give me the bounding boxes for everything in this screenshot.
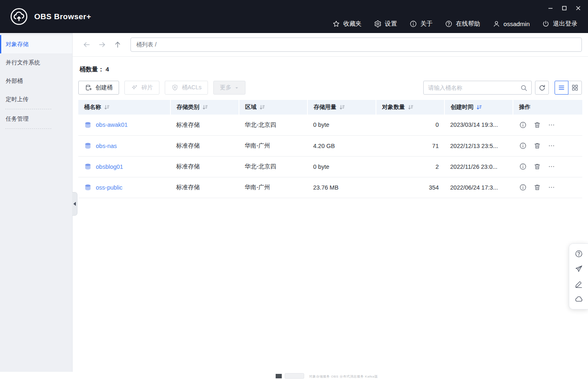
- column-header-storage-class[interactable]: 存储类别: [170, 100, 239, 115]
- path-bar[interactable]: 桶列表 /: [130, 38, 582, 52]
- app-title: OBS Browser+: [34, 12, 91, 21]
- online-help-menu-item[interactable]: 在线帮助: [445, 20, 480, 28]
- bucket-search-input[interactable]: [428, 84, 520, 91]
- sort-icon[interactable]: [408, 104, 413, 110]
- close-button[interactable]: [573, 4, 583, 13]
- bucket-name-link[interactable]: obs-awak01: [96, 122, 128, 128]
- bucket-acl-button[interactable]: 桶ACLs: [165, 81, 208, 95]
- column-header-bucket-name[interactable]: 桶名称: [78, 100, 170, 115]
- table-row: oss-public 标准存储 华南-广州 23.76 MB 354 2022/…: [78, 177, 582, 198]
- bucket-detail-icon[interactable]: [519, 121, 527, 129]
- sidebar-divider: [5, 109, 51, 109]
- more-button[interactable]: 更多: [213, 81, 245, 95]
- column-header-object-count[interactable]: 对象数量: [376, 100, 444, 115]
- main-area: 桶列表 / 桶数量：4 创建桶 碎片: [73, 33, 588, 372]
- table-row: obs-nas 标准存储 华南-广州 4.20 GB 71 2022/12/13…: [78, 135, 582, 156]
- forward-button[interactable]: [97, 40, 107, 50]
- pen-icon: [575, 280, 583, 288]
- list-view-button[interactable]: [555, 81, 568, 95]
- logout-menu-item[interactable]: 退出登录: [542, 20, 577, 28]
- sidebar: 对象存储 并行文件系统 外部桶 定时上传 任务管理: [0, 33, 73, 372]
- fragments-button[interactable]: 碎片: [124, 81, 159, 95]
- window-controls: [546, 4, 583, 13]
- more-actions-icon[interactable]: [547, 121, 555, 129]
- question-circle-icon: [575, 250, 583, 258]
- grid-view-button[interactable]: [568, 81, 582, 95]
- object-count-cell: 354: [376, 177, 444, 198]
- bucket-search-box: [423, 81, 532, 95]
- horizontal-scrollbar-thumb[interactable]: [276, 374, 282, 378]
- help-float-button[interactable]: [575, 250, 583, 258]
- object-count-cell: 0: [376, 115, 444, 135]
- bucket-name-link[interactable]: obsblog01: [96, 163, 123, 170]
- created-time-cell: 2022/11/26 23:0...: [444, 156, 513, 177]
- about-menu-item[interactable]: 关于: [409, 20, 433, 28]
- sidebar-collapse-handle[interactable]: [72, 192, 77, 216]
- more-actions-icon[interactable]: [547, 142, 555, 150]
- settings-menu-item[interactable]: 设置: [374, 20, 397, 28]
- sort-icon[interactable]: [259, 104, 265, 110]
- obs-browser-window: OBS Browser+ 收藏夹 设置 关于 在线帮助: [0, 0, 588, 380]
- column-header-usage[interactable]: 存储用量: [307, 100, 376, 115]
- paper-plane-icon: [575, 265, 583, 273]
- fragments-icon: [131, 84, 138, 91]
- more-actions-icon[interactable]: [547, 163, 555, 171]
- storage-class-cell: 标准存储: [170, 115, 239, 135]
- topbar-menu: 收藏夹 设置 关于 在线帮助 ossadmin 退出登录: [332, 20, 577, 28]
- delete-bucket-icon[interactable]: [533, 183, 541, 192]
- minimize-button[interactable]: [546, 4, 555, 13]
- power-icon: [542, 20, 550, 28]
- refresh-icon: [538, 84, 546, 92]
- sort-icon-active[interactable]: [476, 104, 482, 110]
- maximize-button[interactable]: [559, 4, 569, 13]
- delete-bucket-icon[interactable]: [533, 121, 541, 129]
- help-icon: [445, 20, 453, 28]
- navigation-bar: 桶列表 /: [73, 33, 588, 57]
- sidebar-item-scheduled-upload[interactable]: 定时上传: [0, 90, 72, 108]
- collapse-arrow-icon: [73, 202, 76, 206]
- bucket-name-link[interactable]: obs-nas: [96, 143, 117, 149]
- sort-icon[interactable]: [339, 104, 345, 110]
- bucket-name-link[interactable]: oss-public: [96, 184, 122, 191]
- delete-bucket-icon[interactable]: [533, 163, 541, 171]
- create-bucket-button[interactable]: 创建桶: [78, 81, 119, 95]
- bucket-count: 桶数量：4: [80, 66, 582, 73]
- bucket-detail-icon[interactable]: [519, 163, 527, 171]
- cloud-service-float-button[interactable]: [575, 295, 583, 303]
- up-button[interactable]: [113, 40, 122, 50]
- created-time-cell: 2023/03/14 19:3...: [444, 115, 513, 135]
- refresh-button[interactable]: [535, 81, 549, 95]
- sidebar-item-parallel-fs[interactable]: 并行文件系统: [0, 53, 72, 72]
- account-menu-item[interactable]: ossadmin: [493, 20, 530, 28]
- more-actions-icon[interactable]: [547, 183, 555, 192]
- toolbar-right: [423, 81, 582, 95]
- table-row: obs-awak01 标准存储 华北-北京四 0 byte 0 2023/03/…: [78, 115, 582, 135]
- usage-cell: 4.20 GB: [307, 135, 376, 156]
- storage-class-cell: 标准存储: [170, 177, 239, 198]
- bucket-detail-icon[interactable]: [519, 142, 527, 150]
- bucket-detail-icon[interactable]: [519, 183, 527, 192]
- object-count-cell: 71: [376, 135, 444, 156]
- search-icon[interactable]: [520, 84, 528, 92]
- sidebar-item-task-management[interactable]: 任务管理: [0, 110, 72, 128]
- storage-class-cell: 标准存储: [170, 156, 239, 177]
- sidebar-item-object-storage[interactable]: 对象存储: [0, 35, 72, 53]
- feedback-float-button[interactable]: [575, 265, 583, 273]
- sort-icon[interactable]: [104, 104, 110, 110]
- favorites-menu-item[interactable]: 收藏夹: [332, 20, 362, 28]
- gear-icon: [374, 20, 382, 28]
- region-cell: 华南-广州: [239, 135, 307, 156]
- usage-cell: 0 byte: [307, 115, 376, 135]
- usage-cell: 23.76 MB: [307, 177, 376, 198]
- bucket-list-page: 桶数量：4 创建桶 碎片 桶ACLs: [73, 57, 588, 372]
- edit-float-button[interactable]: [575, 280, 583, 288]
- sidebar-item-external-buckets[interactable]: 外部桶: [0, 72, 72, 90]
- column-header-created-time[interactable]: 创建时间: [444, 100, 513, 115]
- column-header-region[interactable]: 区域: [239, 100, 307, 115]
- back-button[interactable]: [82, 40, 91, 50]
- shield-icon: [171, 84, 179, 91]
- storage-class-cell: 标准存储: [170, 135, 239, 156]
- delete-bucket-icon[interactable]: [533, 142, 541, 150]
- table-row: obsblog01 标准存储 华北-北京四 0 byte 2 2022/11/2…: [78, 156, 582, 177]
- sort-icon[interactable]: [202, 104, 208, 110]
